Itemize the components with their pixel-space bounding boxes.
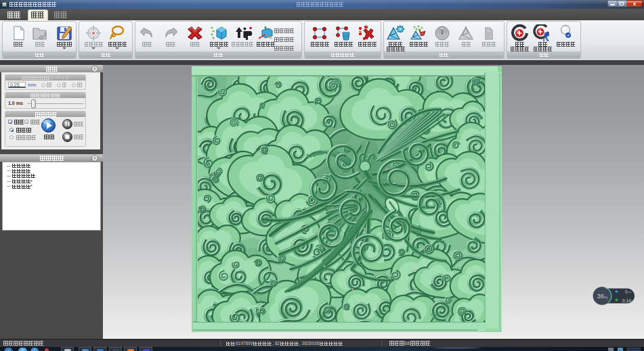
svg-text:0: 0 [625, 289, 628, 294]
svg-text:36: 36 [597, 292, 605, 300]
svg-text:0.14: 0.14 [622, 298, 631, 303]
svg-text:pix: pix [628, 290, 632, 294]
svg-text:%: % [605, 296, 608, 300]
